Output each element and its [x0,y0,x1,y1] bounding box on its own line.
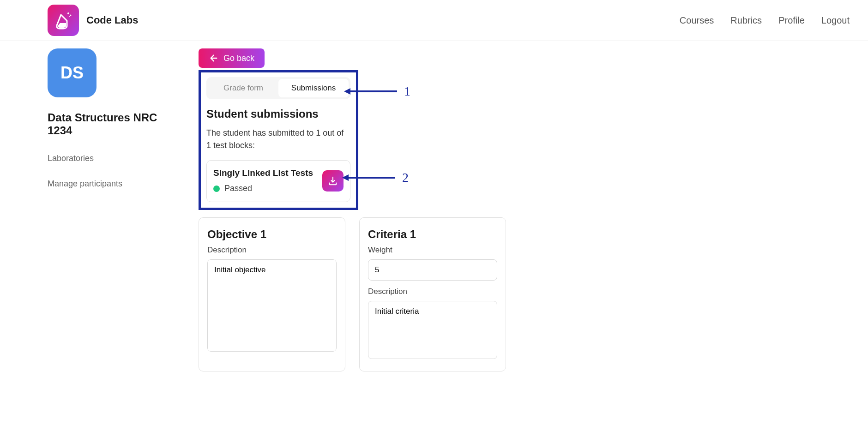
app-logo-icon [48,5,79,36]
test-block: Singly Linked List Tests Passed [206,160,350,202]
tab-submissions[interactable]: Submissions [278,79,349,97]
submissions-panel: Grade form Submissions Student submissio… [199,70,358,210]
test-block-status-text: Passed [224,184,252,193]
app-name: Code Labs [86,14,138,26]
sidebar-link-manage-participants[interactable]: Manage participants [48,179,175,189]
objective-description-input[interactable] [207,259,337,352]
annotation-2: 2 [342,170,409,185]
nav-rubrics[interactable]: Rubrics [730,15,762,26]
status-dot-icon [213,186,220,192]
criteria-weight-label: Weight [368,245,497,255]
annotation-number-1: 1 [404,84,410,99]
nav-links: Courses Rubrics Profile Logout [680,15,850,26]
test-block-title: Singly Linked List Tests [213,168,313,178]
nav-logout[interactable]: Logout [821,15,850,26]
course-icon: DS [48,48,96,97]
criteria-weight-input[interactable] [368,259,497,281]
download-button[interactable] [322,170,344,192]
course-initials: DS [60,63,84,83]
nav-profile[interactable]: Profile [778,15,805,26]
criteria-description-label: Description [368,287,497,296]
svg-point-1 [70,15,72,16]
submissions-title: Student submissions [206,108,350,120]
test-block-info: Singly Linked List Tests Passed [213,168,313,193]
arrow-left-icon [209,53,219,63]
objective-card: Objective 1 Description [199,217,345,371]
go-back-button[interactable]: Go back [199,48,265,68]
objective-description-label: Description [207,245,337,255]
top-header: Code Labs Courses Rubrics Profile Logout [0,0,868,41]
tab-grade-form[interactable]: Grade form [208,79,278,97]
download-icon [328,176,338,186]
main-content: Go back Grade form Submissions Student s… [175,41,850,371]
sidebar: DS Data Structures NRC 1234 Laboratories… [18,41,175,371]
tabs: Grade form Submissions [206,77,350,99]
criteria-description-input[interactable] [368,301,497,359]
logo-section: Code Labs [48,5,138,36]
arrow-annotation-icon [342,172,398,183]
nav-courses[interactable]: Courses [680,15,714,26]
svg-point-2 [69,16,70,17]
sidebar-link-laboratories[interactable]: Laboratories [48,154,175,163]
cards-row: Objective 1 Description Criteria 1 Weigh… [199,217,826,371]
go-back-label: Go back [223,54,254,63]
submissions-description: The student has submitted to 1 out of 1 … [206,127,350,152]
arrow-annotation-icon [344,86,399,97]
objective-title: Objective 1 [207,228,337,241]
annotation-1: 1 [344,84,410,99]
svg-point-0 [67,12,69,14]
test-block-status: Passed [213,184,313,193]
svg-marker-4 [344,88,350,95]
criteria-title: Criteria 1 [368,228,497,241]
annotation-number-2: 2 [402,170,409,185]
course-title: Data Structures NRC 1234 [48,111,175,137]
svg-marker-6 [342,174,349,181]
criteria-card: Criteria 1 Weight Description [359,217,506,371]
